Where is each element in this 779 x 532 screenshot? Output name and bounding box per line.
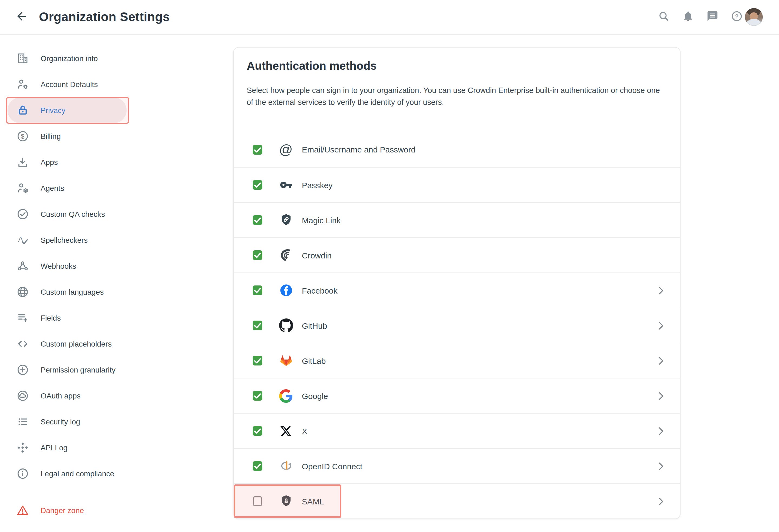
warning-icon [16,504,29,517]
dollar-circle-icon: $ [16,130,29,143]
sidebar-item-label: Apps [41,158,58,167]
person-gear-icon [16,78,29,91]
page-title: Organization Settings [39,10,170,24]
sidebar-item-label: Custom placeholders [41,339,112,348]
user-avatar[interactable] [745,8,763,26]
sidebar-item-oauth-apps[interactable]: OAuth apps [8,383,127,409]
auth-method-label: GitHub [302,321,327,330]
checkbox-crowdin[interactable] [253,250,262,260]
checkbox-saml[interactable] [253,496,262,506]
plus-circle-icon [16,363,29,376]
sidebar-item-label: Account Defaults [41,80,98,89]
search-icon [658,10,670,24]
search-button[interactable] [658,11,670,23]
check-circle-icon [16,208,29,220]
github-icon [279,318,293,333]
checkbox-email-username-and-password[interactable] [253,145,262,154]
back-button[interactable] [15,10,28,23]
auth-method-label: Crowdin [302,251,332,260]
auth-method-label: X [302,426,307,436]
auth-method-label: Facebook [302,286,338,295]
sidebar-item-custom-qa-checks[interactable]: Custom QA checks [8,201,127,227]
auth-method-label: Email/Username and Password [302,145,415,154]
crowdin-icon [279,248,293,263]
sidebar-item-apps[interactable]: Apps [8,149,127,175]
code-icon [16,337,29,350]
messages-button[interactable] [707,11,718,23]
chat-icon [707,10,718,24]
checkbox-x[interactable] [253,426,262,436]
sidebar-item-legal-and-compliance[interactable]: Legal and compliance [8,461,127,486]
sidebar-item-fields[interactable]: Fields [8,305,127,331]
chevron-right-icon[interactable] [659,427,664,435]
auth-method-label: Google [302,391,328,400]
sidebar-item-label: Agents [41,184,64,193]
chevron-right-icon[interactable] [659,462,664,470]
chevron-right-icon[interactable] [659,286,664,294]
auth-method-row-facebook[interactable]: Facebook [234,272,680,308]
auth-method-row-passkey[interactable]: Passkey [234,167,680,202]
auth-method-row-google[interactable]: Google [234,378,680,413]
svg-text:?: ? [735,13,738,19]
checkbox-openid-connect[interactable] [253,461,262,471]
building-icon [16,52,29,65]
chevron-right-icon[interactable] [659,321,664,330]
auth-method-row-crowdin[interactable]: Crowdin [234,237,680,272]
sidebar-item-label: Legal and compliance [41,469,114,478]
globe-icon [16,285,29,298]
sidebar-item-security-log[interactable]: Security log [8,409,127,435]
help-button[interactable]: ? [731,11,743,23]
google-icon [279,389,293,403]
x-icon [279,423,293,438]
auth-method-row-magic-link[interactable]: Magic Link [234,202,680,237]
auth-methods-list: @Email/Username and PasswordPasskeyMagic… [234,132,680,519]
bell-icon [682,10,694,24]
sidebar-item-label: API Log [41,443,68,452]
chevron-right-icon[interactable] [659,356,664,365]
checkbox-passkey[interactable] [253,180,262,190]
sidebar-item-label: Permission granularity [41,365,116,374]
facebook-icon [279,283,293,297]
auth-method-row-x[interactable]: X [234,413,680,448]
auth-method-row-gitlab[interactable]: GitLab [234,343,680,378]
checkbox-facebook[interactable] [253,285,262,295]
chevron-right-icon[interactable] [659,392,664,400]
content-area: Organization infoAccount DefaultsPrivacy… [0,35,779,523]
sidebar-item-label: Organization info [41,54,98,63]
checkbox-gitlab[interactable] [253,356,262,365]
auth-method-row-saml[interactable]: SAML [234,483,680,519]
cloud-circle-icon [16,389,29,402]
checkbox-magic-link[interactable] [253,215,262,225]
sidebar-item-custom-languages[interactable]: Custom languages [8,279,127,305]
sidebar-item-agents[interactable]: Agents [8,175,127,201]
sidebar-item-spellcheckers[interactable]: ASpellcheckers [8,227,127,253]
sidebar-item-danger-zone[interactable]: Danger zone [8,497,127,523]
auth-method-label: Passkey [302,180,333,190]
sidebar-item-webhooks[interactable]: Webhooks [8,253,127,279]
auth-method-row-github[interactable]: GitHub [234,308,680,343]
auth-method-label: Magic Link [302,215,341,225]
sidebar-item-privacy[interactable]: Privacy [8,97,127,123]
checkbox-github[interactable] [253,321,262,330]
sidebar-item-custom-placeholders[interactable]: Custom placeholders [8,331,127,357]
sidebar-item-api-log[interactable]: API Log [8,435,127,461]
lock-icon [16,104,29,117]
fields-icon [16,312,29,324]
arrow-left-icon [15,9,28,24]
sidebar-item-billing[interactable]: $Billing [8,123,127,149]
sidebar-item-label: Danger zone [41,506,84,515]
sidebar-item-account-defaults[interactable]: Account Defaults [8,71,127,97]
notifications-button[interactable] [682,11,694,23]
chevron-right-icon[interactable] [659,497,664,505]
info-circle-icon [16,467,29,480]
checkbox-google[interactable] [253,391,262,401]
auth-method-row-email-username-and-password[interactable]: @Email/Username and Password [234,132,680,167]
spellcheck-icon: A [16,234,29,247]
sidebar-item-permission-granularity[interactable]: Permission granularity [8,357,127,383]
top-actions: ? [658,11,743,23]
top-bar: Organization Settings ? [0,0,779,35]
auth-method-row-openid-connect[interactable]: OpenID Connect [234,448,680,483]
sidebar-item-organization-info[interactable]: Organization info [8,46,127,71]
sidebar-item-label: Custom QA checks [41,210,105,218]
key-icon [279,178,293,192]
